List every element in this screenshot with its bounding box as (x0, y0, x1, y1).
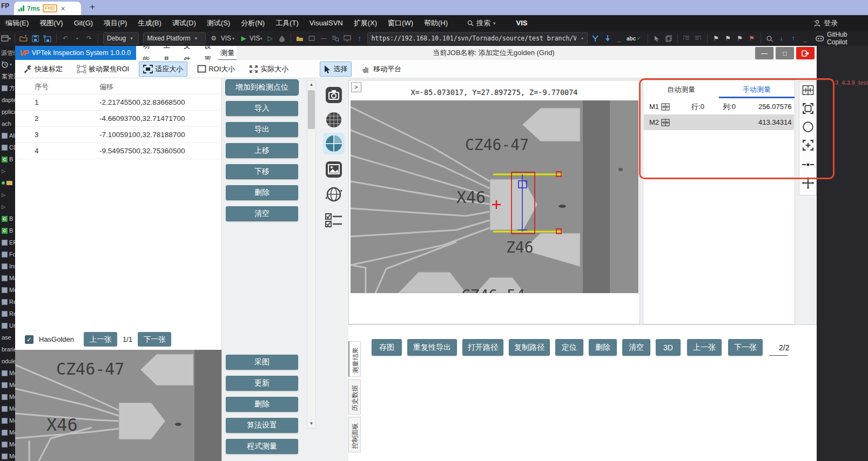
menu-extensions[interactable]: 扩展(X) (348, 15, 382, 31)
bookmark-icon[interactable]: ⚑ (711, 33, 721, 44)
explorer-item[interactable]: Moc (2, 404, 15, 413)
quick-calibration-button[interactable]: 快速标定 (19, 62, 67, 77)
explorer-item[interactable]: Reci (2, 297, 15, 306)
undo-caret-icon[interactable]: ▾ (72, 33, 82, 44)
bookmark-delete-icon[interactable]: ⚑ (747, 33, 757, 44)
explorer-item[interactable]: pplica (2, 107, 15, 116)
delete-image-button[interactable]: 删除 (226, 397, 298, 412)
explorer-item[interactable]: Revi (2, 309, 15, 318)
explorer-item[interactable]: ▷ (2, 167, 15, 175)
bookmark-next-icon[interactable]: ⚑ (735, 33, 745, 44)
move-up-button[interactable]: 上移 (226, 143, 298, 158)
grid-measure-tool[interactable] (802, 84, 815, 97)
explorer-item[interactable]: dapter (2, 96, 15, 104)
window-icon[interactable] (307, 33, 317, 44)
maximize-button[interactable]: □ (776, 47, 794, 59)
explorer-item[interactable]: Moc (2, 440, 15, 449)
import-button[interactable]: 导入 (226, 101, 298, 116)
save-icon[interactable] (31, 33, 41, 44)
clear-points-button[interactable]: 清空 (226, 206, 298, 221)
explorer-item[interactable]: EFEN (2, 238, 15, 247)
partial-tab[interactable]: FP (1, 2, 9, 10)
redo-icon[interactable]: ↷ (84, 33, 94, 44)
explorer-item[interactable]: Mod (2, 452, 15, 460)
golden-thumbnail-image[interactable]: CZ46-47 X46 (15, 350, 221, 461)
explorer-item[interactable]: Focu (2, 250, 15, 259)
explorer-item[interactable]: Moc (2, 369, 15, 377)
menu-build[interactable]: 生成(B) (132, 15, 166, 31)
capture-button[interactable]: 采图 (226, 355, 298, 370)
explorer-item[interactable]: CB (2, 226, 15, 235)
menu-view[interactable]: 视图(V) (34, 15, 68, 31)
hot-reload-icon[interactable] (277, 33, 287, 44)
line-point-tool[interactable] (802, 158, 815, 171)
wafer-image[interactable]: CZ46-47 X46 Z46 CZ46-54 (351, 100, 638, 293)
explorer-item[interactable]: 案资源 (2, 72, 15, 80)
golden-prev-button[interactable]: 上一张 (84, 332, 117, 347)
copy-icon[interactable] (664, 33, 674, 44)
passive-focus-roi-button[interactable]: 被动聚焦ROI (72, 62, 133, 77)
table-row[interactable]: 1-2.21745500,32.83668500 (15, 94, 220, 111)
upload-icon[interactable]: ↑ (354, 33, 364, 44)
explorer-item[interactable]: UnD (2, 321, 15, 330)
pointer-icon[interactable] (652, 33, 662, 44)
exit-button[interactable] (796, 47, 815, 59)
copy-path-button[interactable]: 复制路径 (509, 339, 550, 356)
explorer-item[interactable]: CD (2, 143, 15, 152)
save-all-icon[interactable] (43, 33, 52, 44)
actual-size-button[interactable]: 实际大小 (245, 62, 293, 77)
explorer-item[interactable]: Insp (2, 262, 15, 270)
tab-close-icon[interactable]: × (61, 4, 65, 13)
menu-git[interactable]: Git(G) (69, 15, 98, 31)
open-folder-icon[interactable] (19, 33, 29, 44)
tab-manual-measure[interactable]: 手动测量 (719, 83, 795, 97)
active-tab[interactable]: 7ms FHD × (14, 2, 81, 15)
menu-test[interactable]: 测试(S) (201, 15, 235, 31)
select-tool-button[interactable]: 选择 (320, 62, 352, 77)
login-button[interactable]: + 登录 (813, 15, 838, 31)
checklist-button[interactable] (323, 209, 345, 231)
update-button[interactable]: 更新 (226, 376, 298, 391)
roi-size-button[interactable]: ROI大小 (193, 62, 239, 77)
table-row[interactable]: 2-4.66093700,32.71471700 (15, 110, 220, 127)
indent-left-icon[interactable] (682, 33, 691, 44)
new-tab-button[interactable]: + (90, 2, 95, 12)
explorer-item[interactable]: Mea (2, 286, 15, 294)
delete-point-button[interactable]: 删除 (226, 185, 298, 200)
explorer-item[interactable]: 方案 'V (2, 84, 15, 92)
tab-history-data[interactable]: 历史数据 (348, 379, 361, 415)
measure-row-m2[interactable]: M2 413.34314 (644, 114, 794, 130)
explorer-item[interactable]: ▷ (2, 202, 15, 211)
vertical-scrollbar[interactable]: ▲ ▼ (307, 80, 316, 429)
find-in-files-icon[interactable] (331, 33, 340, 44)
focus-point-tool[interactable] (802, 139, 815, 152)
fit-size-button[interactable]: 适应大小 (139, 62, 187, 77)
branch-pull-icon[interactable] (603, 33, 613, 44)
table-row[interactable]: 3-7.10059100,32.78188700 (15, 126, 220, 143)
tab-auto-measure[interactable]: 自动测量 (643, 83, 719, 97)
scroll-up-icon[interactable]: ↑ (789, 33, 798, 44)
move-crosshair-tool[interactable] (802, 177, 815, 189)
window-layout-icon[interactable]: ▾ (1, 33, 11, 44)
new-item-folder-icon[interactable] (295, 33, 305, 44)
camera-button[interactable] (323, 84, 345, 106)
branch-merge-icon[interactable] (591, 33, 601, 44)
menu-edit[interactable]: 编辑(E) (0, 15, 34, 31)
svn-url-combo[interactable]: https://192.168.10.101/svn/Tornado/sourc… (367, 32, 587, 44)
golden-next-button[interactable]: 下一张 (138, 332, 171, 347)
menu-help[interactable]: 帮助(H) (419, 15, 453, 31)
run-nodebug-icon[interactable]: ▷ (265, 33, 275, 44)
explorer-item[interactable]: Alig (2, 131, 15, 140)
history-clock-icon[interactable]: ▾ (2, 61, 12, 68)
explorer-item[interactable]: brarie (2, 345, 15, 354)
explorer-item[interactable]: ▷ (2, 191, 15, 199)
vis-target-label[interactable]: VIS (221, 35, 231, 42)
wafer-map-button[interactable] (323, 109, 345, 131)
image-view-button[interactable] (323, 159, 345, 180)
open-path-button[interactable]: 打开路径 (462, 339, 503, 356)
screen-icon[interactable] (342, 33, 352, 44)
indent-right-icon[interactable] (694, 33, 703, 44)
scroll-down-icon[interactable]: ↓ (777, 33, 786, 44)
undo-icon[interactable]: ↶ (60, 33, 70, 44)
tab-control-panel[interactable]: 控制面板 (348, 417, 361, 452)
